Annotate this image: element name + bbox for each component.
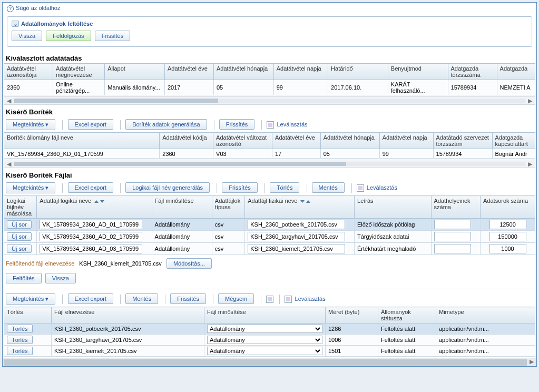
delete-row-button[interactable]: Törlés xyxy=(7,325,33,333)
delete-row-button[interactable]: Törlés xyxy=(7,347,33,355)
col-header[interactable]: Adatátvétel napja xyxy=(273,64,328,80)
col-header[interactable]: Adatátvétel kódja xyxy=(160,133,213,149)
col-header[interactable]: Adatgazda kapcsolattart xyxy=(492,133,535,149)
col-header[interactable]: Adatgazda törzsszáma xyxy=(448,64,497,80)
refresh-button[interactable]: Frissítés xyxy=(219,119,255,130)
hscroll[interactable]: ◀ ▶ xyxy=(4,96,535,105)
save-button[interactable]: Mentés xyxy=(312,182,345,193)
back-button[interactable]: Vissza xyxy=(12,31,42,41)
col-header[interactable]: Adatgazda xyxy=(497,64,535,80)
rowcount-input[interactable] xyxy=(489,220,526,229)
excel-export-button[interactable]: Excel export xyxy=(68,119,114,130)
rowcount-input[interactable] xyxy=(489,244,526,253)
physical-name-input[interactable] xyxy=(248,220,345,229)
col-header[interactable]: Állományok státusza xyxy=(378,307,436,324)
col-header[interactable]: Adatfájl fizikai neve xyxy=(245,196,355,219)
collapse-icon[interactable]: ⌄ xyxy=(12,21,19,27)
logical-name-input[interactable] xyxy=(40,220,142,229)
physical-name-input[interactable] xyxy=(248,244,345,253)
view-button[interactable]: Megtekintés ▾ xyxy=(6,182,55,193)
table-row[interactable]: Törlés KSH_2360_kiemelt_201705.csv Adatá… xyxy=(4,346,535,357)
scroll-right-icon[interactable]: ▶ xyxy=(525,161,535,168)
col-header[interactable]: Boríték állomány fájl neve xyxy=(4,133,160,149)
save-button[interactable]: Mentés xyxy=(125,293,158,304)
col-header[interactable]: Benyujtmod xyxy=(388,64,448,80)
col-header[interactable]: Leírás xyxy=(355,196,431,219)
cancel-button[interactable]: Mégsem xyxy=(218,293,254,304)
view-button[interactable]: Megtekintés ▾ xyxy=(6,119,55,130)
qual-select[interactable]: Adatállomány xyxy=(207,347,322,355)
generate-logical-name-button[interactable]: Logikai fájl név genererálás xyxy=(125,182,210,193)
col-header[interactable]: Adatsorok száma xyxy=(481,196,535,219)
col-header[interactable]: Fájl minősítése xyxy=(204,307,326,324)
excel-export-button[interactable]: Excel export xyxy=(68,293,114,304)
col-header[interactable]: Méret (byte) xyxy=(326,307,378,324)
col-header[interactable]: Logikai fájlnév másolása xyxy=(4,196,37,219)
table-row[interactable]: 2360 Online pénztárgép... Manuális állom… xyxy=(4,80,535,95)
col-header[interactable]: Adatátvétel éve xyxy=(272,133,321,149)
col-header[interactable]: Adatátadó szervezet törzsszám xyxy=(433,133,492,149)
col-header[interactable]: Határidő xyxy=(328,64,388,80)
col-header[interactable]: Adatátvétel hónapja xyxy=(213,64,273,80)
col-header[interactable]: Adatfájlok típusa xyxy=(212,196,244,219)
rowcount-input[interactable] xyxy=(489,232,526,241)
refresh-button[interactable]: Frissítés xyxy=(222,182,258,193)
col-header[interactable]: Törlés xyxy=(4,307,52,324)
scroll-right-icon[interactable]: ▶ xyxy=(525,97,535,104)
detach-icon[interactable] xyxy=(267,121,274,129)
hscroll[interactable]: ◀ ▶ xyxy=(4,160,535,168)
process-button[interactable]: Feldolgozás xyxy=(46,31,91,41)
detach-button[interactable]: Leválasztás xyxy=(277,121,307,128)
physical-name-input[interactable] xyxy=(248,232,345,241)
loccount-input[interactable] xyxy=(434,232,471,241)
sort-desc-icon xyxy=(100,200,104,203)
col-header[interactable]: Adatátvétel változat azonosító xyxy=(213,133,272,149)
generate-envelope-button[interactable]: Boríték adatok generálása xyxy=(125,119,207,130)
table-row[interactable]: Törlés KSH_2360_potbeerk_201705.csv Adat… xyxy=(4,324,535,335)
action-icon[interactable] xyxy=(266,296,273,303)
col-header[interactable]: Állapot xyxy=(105,64,165,80)
back-button[interactable]: Vissza xyxy=(45,273,76,283)
upload-button[interactable]: Feltöltés xyxy=(6,273,42,283)
col-header[interactable]: Adatátvétel megnevezése xyxy=(53,64,105,80)
col-header[interactable]: Mimetype xyxy=(436,307,535,324)
col-header[interactable]: Adatátvétel napja xyxy=(379,133,433,149)
qual-select[interactable]: Adatállomány xyxy=(207,336,322,344)
scroll-left-icon[interactable]: ◀ xyxy=(4,161,14,168)
outer-hscroll[interactable]: ▶ xyxy=(3,358,536,366)
detach-icon[interactable] xyxy=(285,296,292,303)
scroll-left-icon[interactable]: ◀ xyxy=(4,97,14,104)
newrow-button[interactable]: Új sor xyxy=(7,244,32,253)
col-header[interactable]: Fájl elnevezése xyxy=(52,307,204,324)
table-row[interactable]: Új sor Adatállomány csv Értékhatárt megh… xyxy=(4,243,535,255)
scroll-right-icon[interactable]: ▶ xyxy=(528,358,535,365)
detach-button[interactable]: Leválasztás xyxy=(295,296,326,302)
help-link[interactable]: ?Súgó az oldalhoz xyxy=(3,3,536,14)
modify-button[interactable]: Módosítás... xyxy=(166,258,212,269)
col-header[interactable]: Adatátvétel azonosítója xyxy=(4,64,53,80)
table-row[interactable]: Törlés KSH_2360_targyhavi_201705.csv Ada… xyxy=(4,335,535,346)
excel-export-button[interactable]: Excel export xyxy=(68,182,114,193)
loccount-input[interactable] xyxy=(434,220,471,229)
detach-icon[interactable] xyxy=(357,184,364,192)
loccount-input[interactable] xyxy=(434,244,471,253)
table-row[interactable]: VK_15789934_2360_KD_01_170599 2360 V03 1… xyxy=(4,149,535,159)
newrow-button[interactable]: Új sor xyxy=(7,220,32,229)
delete-row-button[interactable]: Törlés xyxy=(7,336,33,344)
logical-name-input[interactable] xyxy=(40,244,142,253)
col-header[interactable]: Fájl minősítése xyxy=(152,196,212,219)
col-header[interactable]: Adatátvétel éve xyxy=(164,64,213,80)
detach-button[interactable]: Leválasztás xyxy=(367,184,397,191)
table-row[interactable]: Új sor Adatállomány csv Előző időszak pó… xyxy=(4,219,535,231)
delete-button[interactable]: Törlés xyxy=(270,182,300,193)
refresh-button[interactable]: Frissítés xyxy=(95,31,131,41)
qual-select[interactable]: Adatállomány xyxy=(207,325,322,333)
logical-name-input[interactable] xyxy=(40,232,142,241)
col-header[interactable]: Adathelyeinek száma xyxy=(431,196,481,219)
view-button[interactable]: Megtekintés ▾ xyxy=(6,293,55,305)
col-header[interactable]: Adatfájl logikai neve xyxy=(37,196,152,219)
refresh-button[interactable]: Frissítés xyxy=(170,293,206,304)
newrow-button[interactable]: Új sor xyxy=(7,232,32,241)
col-header[interactable]: Adatátvétel hónapja xyxy=(320,133,379,149)
table-row[interactable]: Új sor Adatállomány csv Tárgyidőszak ada… xyxy=(4,231,535,243)
